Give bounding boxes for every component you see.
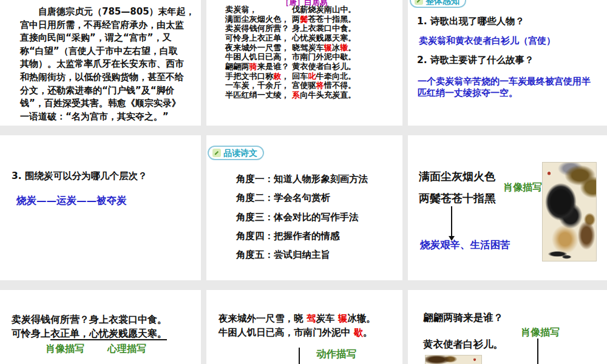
slide-portrait-analysis[interactable]: 满面尘灰烟火色 两鬓苍苍十指黑 肖像描写 烧炭艰辛、生活困苦 [408, 135, 607, 280]
question-2: 2. 诗歌主要讲了什么故事？ [417, 54, 534, 67]
row-divider [0, 126, 607, 135]
verse-line: 卖炭得钱何所营？身上衣裳口中食。 [12, 314, 167, 326]
verse-line-underlined: 可怜身上衣正单，心忧炭贱愿天寒。 [12, 328, 167, 340]
verse-line: 牛困人饥日已高，市南门外泥中 歇。 [219, 326, 372, 339]
row-divider [0, 280, 607, 290]
slide-action-analysis[interactable]: 夜来城外一尺雪，晓 驾炭车 辗冰辙。 牛困人饥日已高，市南门外泥中 歇。 动作描… [206, 290, 402, 364]
answer-1: 卖炭翁和黄衣使者白衫儿（宫使） [419, 35, 555, 47]
slide-reading-guide[interactable]: 品读诗文 角度一：知道人物形象刻画方法角度二：学会名句赏析角度三：体会对比的写作… [206, 135, 402, 280]
slide-historical-background[interactable]: 自唐德宗贞元（785—805）末年起，宫中日用所需，不再经官府承办，由太监直接向… [0, 0, 201, 126]
reading-angles-list: 角度一：知道人物形象刻画方法角度二：学会名句赏析角度三：体会对比的写作手法角度四… [236, 170, 368, 265]
edit-icon [212, 149, 221, 157]
section-badge: 整体感知 [410, 0, 466, 8]
verse-line: 满面尘灰烟火色 [419, 169, 495, 184]
section-badge-label: 整体感知 [426, 0, 459, 5]
question-1: 1. 诗歌出现了哪些人物？ [417, 15, 524, 28]
technique-label: 肖像描写 [521, 326, 560, 339]
verse-line: 黄衣使者白衫儿。 [423, 338, 503, 351]
conclusion-text: 烧炭艰辛、生活困苦 [420, 238, 510, 252]
verse-line: 翩翩两骑来是谁？ [423, 311, 503, 325]
edit-icon [415, 0, 423, 5]
connector-line [537, 339, 538, 364]
answer-2-line2: 匹红绡一丈绫掠夺一空。 [418, 87, 591, 99]
answer-3: 烧炭——运炭——被夺炭 [16, 194, 127, 207]
verse-line: 两鬓苍苍十指黑 [419, 191, 495, 206]
answer-2-line1: 一个卖炭翁辛苦烧的一车炭最终被宫使用半 [418, 76, 591, 87]
slide-charcoal-layers[interactable]: 3. 围绕炭可以分为哪几个层次？ 烧炭——运炭——被夺炭 [0, 135, 201, 280]
verse-line: 夜来城外一尺雪，晓 驾炭车 辗冰辙。 [219, 312, 376, 325]
column-divider [402, 0, 408, 364]
down-arrow-line [451, 206, 452, 237]
connector-line [299, 348, 300, 364]
slide-grid: 自唐德宗贞元（785—805）末年起，宫中日用所需，不再经官府承办，由太监直接向… [0, 0, 607, 364]
slide-poem-text[interactable]: ［唐］白居易 卖炭翁，伐薪烧炭南山中。满面尘灰烟火色，两鬓苍苍十指黑。卖炭得钱何… [206, 0, 402, 126]
slide-overall-perception[interactable]: 整体感知 1. 诗歌出现了哪些人物？ 卖炭翁和黄衣使者白衫儿（宫使） 2. 诗歌… [408, 0, 607, 126]
technique-label: 肖像描写 [503, 181, 542, 194]
column-divider [201, 0, 206, 364]
section-badge: 品读诗文 [208, 146, 264, 160]
answer-2: 一个卖炭翁辛苦烧的一车炭最终被宫使用半 匹红绡一丈绫掠夺一空。 [418, 76, 591, 98]
background-paragraph: 自唐德宗贞元（785—805）末年起，宫中日用所需，不再经官府承办，由太监直接向… [20, 5, 195, 123]
painting-top-edge [425, 355, 482, 364]
technique-label: 肖像描写 [46, 343, 84, 356]
technique-label: 心理描写 [107, 343, 146, 356]
poem-body: 卖炭翁，伐薪烧炭南山中。满面尘灰烟火色，两鬓苍苍十指黑。卖炭得钱何所营？身上衣裳… [225, 5, 356, 100]
section-badge-label: 品读诗文 [223, 149, 257, 157]
charcoal-seller-painting [542, 162, 597, 261]
slide-messenger-analysis[interactable]: 翩翩两骑来是谁？ 肖像描写 黄衣使者白衫儿。 [408, 290, 607, 364]
question-3: 3. 围绕炭可以分为哪几个层次？ [12, 170, 148, 183]
slide-clothing-analysis[interactable]: 卖炭得钱何所营？身上衣裳口中食。 可怜身上衣正单，心忧炭贱愿天寒。 肖像描写 心… [0, 290, 201, 364]
technique-label: 动作描写 [316, 348, 356, 361]
